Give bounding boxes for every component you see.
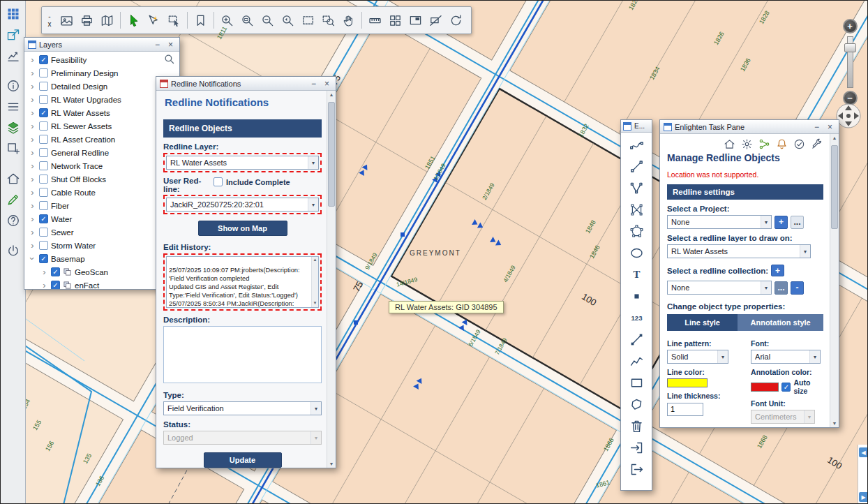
scrollbar-thumb[interactable] — [328, 102, 335, 207]
expand-chevron-icon[interactable]: › — [29, 55, 36, 64]
layers-panel-header[interactable]: Layers − × — [24, 38, 179, 52]
browse-project-button[interactable]: ... — [791, 216, 804, 229]
flash-select-button[interactable] — [144, 10, 163, 30]
select-window-button[interactable] — [165, 10, 184, 30]
select-rectangle-button[interactable] — [299, 10, 317, 30]
layer-checkbox[interactable] — [39, 188, 48, 197]
zoom-previous-button[interactable] — [278, 10, 297, 30]
layers-button[interactable] — [4, 119, 22, 136]
annotation-color-swatch[interactable] — [751, 383, 779, 392]
layer-checkbox[interactable] — [39, 228, 48, 237]
font-select[interactable]: Arial▾ — [751, 350, 821, 364]
layer-checkbox[interactable] — [39, 241, 48, 250]
home-button[interactable] — [4, 170, 22, 187]
print-button[interactable] — [77, 10, 96, 30]
expand-chevron-icon[interactable]: › — [29, 121, 36, 131]
layer-checkbox[interactable]: ✓ — [39, 254, 48, 263]
chart-button[interactable] — [4, 47, 22, 64]
user-redline-select[interactable]: JackiR_20250725:20:32:01▾ — [166, 198, 319, 212]
description-input[interactable] — [163, 326, 322, 383]
panel-scrollbar[interactable]: ▲ ▼ — [327, 91, 336, 468]
exit-button[interactable] — [625, 459, 648, 480]
expand-chevron-icon[interactable]: › — [29, 201, 36, 210]
layer-checkbox[interactable] — [39, 95, 48, 104]
layer-checkbox[interactable] — [39, 161, 48, 170]
expand-chevron-icon[interactable]: › — [29, 82, 36, 91]
zoom-out-button[interactable] — [258, 10, 277, 30]
gis-edit-button[interactable] — [4, 191, 22, 208]
apps-button[interactable] — [4, 5, 22, 22]
multiline-button[interactable] — [625, 350, 648, 372]
collapse-chevron-icon[interactable]: › — [28, 255, 37, 262]
expand-chevron-icon[interactable]: › — [29, 175, 36, 184]
layer-search-button[interactable] — [163, 53, 177, 67]
dimension-button[interactable] — [625, 329, 648, 350]
redline-layer-select[interactable]: RL Water Assets▾ — [667, 244, 811, 258]
expand-chevron-icon[interactable]: › — [40, 267, 48, 276]
update-button[interactable]: Update — [204, 452, 282, 468]
edit-history-scrollbar[interactable]: ▲▼ — [311, 257, 318, 307]
info-button[interactable] — [4, 77, 22, 94]
export-map-button[interactable] — [4, 26, 22, 43]
line-pattern-select[interactable]: Solid▾ — [667, 350, 728, 364]
layer-checkbox[interactable]: ✓ — [39, 108, 48, 117]
home-button[interactable] — [723, 138, 736, 151]
scroll-up-icon[interactable]: ▲ — [329, 92, 334, 97]
toolbar-collapse-button[interactable]: - — [45, 13, 54, 20]
collection-select[interactable]: None▾ — [667, 281, 772, 295]
show-on-map-button[interactable]: Show on Map — [198, 221, 287, 236]
zoom-selection-button[interactable] — [319, 10, 338, 30]
type-select[interactable]: Field Verification▾ — [163, 401, 322, 415]
redline-layer-select[interactable]: RL Water Assets▾ — [166, 156, 319, 170]
minimize-icon[interactable]: − — [152, 39, 163, 50]
toolbar-close-button[interactable]: x — [45, 20, 54, 28]
add-frame-button[interactable] — [4, 140, 22, 157]
versions-button[interactable] — [758, 138, 771, 151]
layer-checkbox[interactable]: ✓ — [51, 281, 60, 289]
remove-collection-button[interactable]: - — [791, 281, 804, 295]
line-button[interactable] — [625, 156, 648, 177]
power-button[interactable] — [4, 242, 22, 259]
close-icon[interactable]: × — [165, 39, 176, 50]
auto-size-checkbox[interactable]: ✓ — [781, 383, 791, 392]
edit-history-box[interactable]: 25/07/2025 10:09:07 PM:jroberts(Descript… — [166, 256, 319, 308]
polyline-button[interactable] — [625, 177, 648, 199]
layer-checkbox[interactable] — [39, 201, 48, 210]
scroll-down-icon[interactable]: ▼ — [329, 461, 334, 466]
ellipse-button[interactable] — [625, 242, 648, 264]
line-color-swatch[interactable] — [667, 378, 708, 387]
expand-chevron-icon[interactable]: › — [29, 241, 36, 250]
map-nav-forward-button[interactable]: ▶ — [859, 492, 868, 502]
map-button[interactable] — [98, 10, 117, 30]
overview-button[interactable] — [406, 10, 425, 30]
tab-line-style[interactable]: Line style — [667, 314, 738, 331]
zoom-window-button[interactable] — [238, 10, 257, 30]
expand-chevron-icon[interactable]: › — [29, 188, 36, 197]
add-collection-button[interactable]: + — [771, 265, 784, 276]
redline-panel-header[interactable]: Redline Notifications − × — [156, 77, 336, 91]
rectangle-button[interactable] — [625, 372, 648, 394]
legend-button[interactable] — [4, 98, 22, 115]
layer-checkbox[interactable]: ✓ — [39, 55, 48, 64]
minimize-icon[interactable]: − — [308, 78, 319, 89]
zoom-slider-handle[interactable] — [844, 43, 856, 52]
layer-checkbox[interactable] — [39, 175, 48, 184]
tools-button[interactable] — [810, 138, 823, 151]
expand-chevron-icon[interactable]: › — [29, 214, 36, 223]
tab-annotation-style[interactable]: Annotation style — [738, 314, 823, 331]
map-nav-back-button[interactable]: ◀ — [859, 447, 868, 457]
expand-chevron-icon[interactable]: › — [29, 148, 36, 157]
export-button[interactable] — [625, 437, 648, 459]
layer-checkbox[interactable] — [39, 82, 48, 91]
expand-chevron-icon[interactable]: › — [29, 135, 36, 144]
task-pane-header[interactable]: Enlighten Task Pane − × — [660, 120, 839, 134]
label-number-button[interactable]: 123 — [625, 307, 648, 329]
close-icon[interactable]: × — [825, 121, 835, 132]
scroll-up-icon[interactable]: ▲ — [313, 258, 317, 263]
line-thickness-input[interactable] — [667, 403, 703, 416]
layer-checkbox[interactable]: ✓ — [39, 214, 48, 223]
alerts-button[interactable] — [775, 138, 788, 151]
settings-button[interactable] — [740, 138, 754, 151]
expand-chevron-icon[interactable]: › — [29, 95, 36, 104]
layer-checkbox[interactable] — [39, 121, 48, 131]
